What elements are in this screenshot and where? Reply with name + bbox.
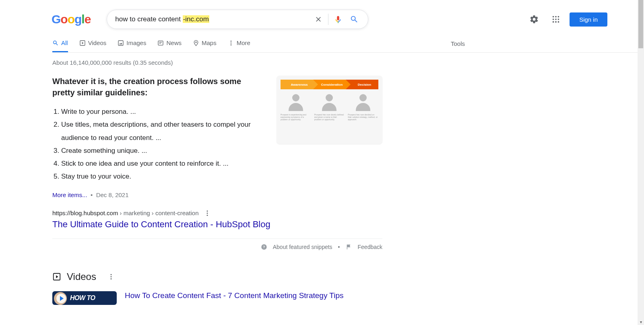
header: G o o g l e how to create content -inc.c… xyxy=(0,0,622,29)
settings-button[interactable] xyxy=(526,11,542,27)
result-title-link[interactable]: The Ultimate Guide to Content Creation -… xyxy=(52,219,270,230)
tab-videos[interactable]: Videos xyxy=(79,39,107,52)
svg-point-0 xyxy=(553,16,554,18)
result-path: › marketing › content-creation xyxy=(118,210,198,216)
tools-button[interactable]: Tools xyxy=(451,40,465,52)
svg-point-20 xyxy=(206,215,208,216)
video-title-link[interactable]: How To Create Content Fast - 7 Content M… xyxy=(125,291,344,300)
funnel-stage-consideration: Consideration xyxy=(313,80,346,89)
result-stats: About 16,140,000,000 results (0.35 secon… xyxy=(52,59,382,66)
bullet: • xyxy=(91,191,93,198)
svg-rect-23 xyxy=(347,245,347,249)
search-button[interactable] xyxy=(346,11,362,27)
snippet-item: Write to your persona. ... xyxy=(61,105,264,118)
pin-icon xyxy=(193,40,199,46)
scrollbar[interactable]: ▾ xyxy=(638,0,644,305)
tab-label: All xyxy=(61,39,68,46)
tab-more[interactable]: More xyxy=(228,39,250,52)
more-items-row: More items... • Dec 8, 2021 xyxy=(52,191,382,198)
snippet-item: Stay true to your voice. xyxy=(61,170,264,183)
logo-letter: e xyxy=(85,12,91,26)
tab-label: Images xyxy=(126,39,146,46)
svg-point-18 xyxy=(206,210,208,212)
search-input[interactable]: how to create content -inc.com xyxy=(115,15,310,23)
funnel-arrows: Awareness Consideration Decision xyxy=(281,80,378,89)
search-icon xyxy=(350,15,359,24)
info-icon: ? xyxy=(261,244,267,250)
clear-search-button[interactable] xyxy=(310,11,326,27)
more-vertical-icon xyxy=(204,210,211,217)
svg-point-6 xyxy=(553,21,554,23)
apps-button[interactable] xyxy=(548,11,564,27)
svg-point-25 xyxy=(110,274,111,275)
play-icon xyxy=(56,294,66,303)
tab-all[interactable]: All xyxy=(52,39,68,52)
svg-point-4 xyxy=(555,19,557,20)
result-menu-button[interactable] xyxy=(204,210,211,217)
feedback-link[interactable]: Feedback xyxy=(358,244,382,250)
tab-news[interactable]: News xyxy=(157,39,182,52)
video-result: HOW TO How To Create Content Fast - 7 Co… xyxy=(52,291,382,305)
funnel-stage-decision: Decision xyxy=(346,80,378,89)
svg-point-5 xyxy=(558,19,559,20)
videos-section-header: Videos xyxy=(52,271,382,282)
sign-in-button[interactable]: Sign in xyxy=(570,12,607,27)
news-icon xyxy=(157,40,164,46)
voice-search-button[interactable] xyxy=(330,11,346,27)
bullet: • xyxy=(338,244,340,250)
snippet-heading: Whatever it is, the creation process fol… xyxy=(52,76,250,98)
svg-text:?: ? xyxy=(263,245,265,249)
google-logo[interactable]: G o o g l e xyxy=(52,12,91,26)
snippet-item: Create something unique. ... xyxy=(61,144,264,157)
svg-point-3 xyxy=(553,19,554,20)
query-operator-highlight: -inc.com xyxy=(183,15,209,23)
play-outline-icon xyxy=(79,40,86,46)
svg-point-2 xyxy=(558,16,559,18)
svg-point-26 xyxy=(110,276,111,277)
svg-point-14 xyxy=(195,41,196,43)
featured-snippet: Whatever it is, the creation process fol… xyxy=(52,76,382,183)
section-menu-button[interactable] xyxy=(107,273,115,280)
search-icon xyxy=(52,40,59,46)
result-url-row: https://blog.hubspot.com › marketing › c… xyxy=(52,210,382,217)
svg-point-1 xyxy=(555,16,557,18)
snippet-list: Write to your persona. ... Use titles, m… xyxy=(61,105,264,183)
tab-label: More xyxy=(237,39,250,46)
video-thumbnail[interactable]: HOW TO xyxy=(52,291,117,305)
tab-label: News xyxy=(166,39,182,46)
image-icon xyxy=(118,40,124,46)
svg-point-15 xyxy=(230,41,231,42)
snippet-date: Dec 8, 2021 xyxy=(96,191,129,198)
close-icon xyxy=(314,15,322,23)
about-featured-snippets-link[interactable]: About featured snippets xyxy=(273,244,332,250)
more-vertical-icon xyxy=(228,40,234,46)
snippet-thumbnail[interactable]: Awareness Consideration Decision Prospec… xyxy=(277,76,382,144)
persona-icon: Prospect has now clearly defined and giv… xyxy=(314,93,345,121)
svg-rect-10 xyxy=(118,41,123,45)
thumb-overlay-text: HOW TO xyxy=(70,294,95,302)
persona-icon: Prospect is experiencing and expressing … xyxy=(281,93,311,121)
svg-point-16 xyxy=(230,42,231,43)
persona-icon: Prospect has now decided on their soluti… xyxy=(348,93,378,121)
logo-letter: G xyxy=(52,12,60,26)
scrollbar-thumb[interactable] xyxy=(638,0,643,48)
more-items-link[interactable]: More items... xyxy=(52,191,87,198)
svg-point-17 xyxy=(230,44,231,45)
featured-snippet-footer: ? About featured snippets • Feedback xyxy=(52,239,382,255)
snippet-item: Use titles, meta descriptions, and other… xyxy=(61,118,264,144)
more-vertical-icon xyxy=(107,273,115,280)
logo-letter: l xyxy=(81,12,84,26)
funnel-stage-awareness: Awareness xyxy=(281,80,313,89)
tab-maps[interactable]: Maps xyxy=(193,39,217,52)
svg-point-19 xyxy=(206,212,208,214)
play-outline-icon xyxy=(52,272,61,281)
tab-label: Maps xyxy=(202,39,217,46)
search-box[interactable]: how to create content -inc.com xyxy=(107,10,368,29)
logo-letter: o xyxy=(68,12,74,26)
gear-icon xyxy=(529,14,539,24)
top-right-controls: Sign in xyxy=(526,11,607,27)
tab-images[interactable]: Images xyxy=(118,39,146,52)
persona-row: Prospect is experiencing and expressing … xyxy=(281,93,378,121)
svg-point-8 xyxy=(558,21,559,23)
apps-grid-icon xyxy=(551,15,560,24)
